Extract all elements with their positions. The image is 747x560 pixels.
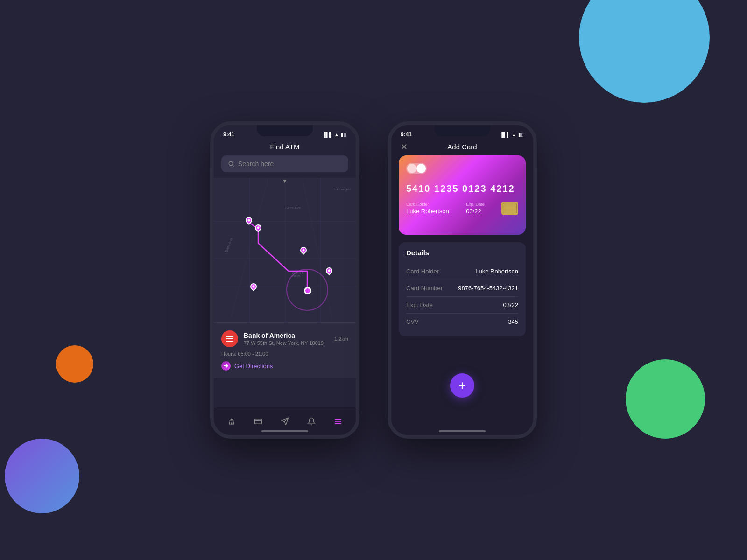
detail-value-number: 9876-7654-5432-4321: [458, 285, 518, 292]
credit-card: 5410 1235 0123 4212 Card Holder Luke Rob…: [399, 155, 526, 235]
card-footer: Card Holder Luke Robertson Exp. Date 03/…: [406, 202, 518, 215]
toggle-left: [407, 164, 416, 173]
nav-send[interactable]: [281, 417, 289, 426]
home-icon: [227, 417, 236, 426]
bank-logo-lines: [226, 336, 233, 342]
toggle-track: [406, 163, 427, 174]
details-section: Details Card Holder Luke Robertson Card …: [399, 242, 526, 336]
bank-distance: 1.2km: [334, 336, 348, 342]
chip-h1: [501, 206, 518, 206]
nav-home[interactable]: [227, 417, 236, 426]
chip-icon: [501, 202, 518, 215]
detail-value-cvv: 345: [508, 318, 518, 325]
search-icon: [228, 161, 234, 167]
notch: [257, 125, 313, 136]
signal-icon: ▐▌▌: [323, 132, 332, 137]
chip-v1: [507, 202, 507, 215]
detail-row-holder: Card Holder Luke Robertson: [406, 263, 518, 280]
search-placeholder: Search here: [238, 160, 274, 168]
detail-label-exp: Exp. Date: [406, 301, 433, 308]
svg-line-1: [233, 165, 234, 167]
map-area[interactable]: Las Vegas Gass Ave Gass Ave JOHN SPARK ▼: [214, 178, 356, 322]
location-header: Bank of America 77 W 55th St, New York, …: [221, 330, 348, 347]
find-atm-title: Find ATM: [270, 143, 299, 151]
get-directions-button[interactable]: Get Directions: [221, 361, 348, 371]
svg-marker-2: [224, 364, 228, 368]
bank-address: 77 W 55th St, New York, NY 10019: [244, 340, 329, 346]
signal-icon-2: ▐▌▌: [500, 132, 510, 137]
card-exp-label: Exp. Date: [466, 202, 485, 207]
logo-line-2: [226, 338, 233, 339]
phone-add-card: 9:41 ▐▌▌ ▲ ▮▯ ✕ Add Card 5410 1235 0123 …: [388, 121, 537, 439]
battery-icon: ▮▯: [341, 132, 346, 137]
search-bar[interactable]: Search here: [221, 155, 348, 172]
bell-icon: [307, 417, 316, 426]
detail-value-exp: 03/22: [503, 301, 518, 308]
current-location-pin: [304, 287, 311, 294]
time-display-1: 9:41: [223, 131, 234, 138]
bank-hours: Hours: 08:00 - 21:00: [221, 351, 348, 357]
wifi-icon: ▲: [334, 132, 339, 137]
card-exp-value: 03/22: [466, 208, 485, 215]
deco-circle-green: [626, 359, 705, 439]
card-holder-name: Luke Robertson: [406, 208, 449, 215]
card-holder-info: Card Holder Luke Robertson: [406, 202, 449, 215]
time-display-2: 9:41: [401, 131, 412, 138]
chip-v2: [513, 202, 513, 215]
phone-find-atm: 9:41 ▐▌▌ ▲ ▮▯ Find ATM Search here: [210, 121, 359, 439]
menu-icon: [334, 417, 342, 426]
home-bar-2: [439, 430, 486, 432]
wifi-icon-2: ▲: [512, 132, 516, 137]
details-title: Details: [406, 249, 518, 257]
svg-point-0: [229, 161, 233, 165]
chip-lines: [503, 203, 517, 213]
card-toggle[interactable]: [406, 163, 518, 174]
detail-row-cvv: CVV 345: [406, 314, 518, 330]
nav-cards[interactable]: [254, 417, 262, 426]
chip-h2: [501, 210, 518, 210]
directions-icon: [221, 361, 231, 371]
location-card: Bank of America 77 W 55th St, New York, …: [214, 322, 356, 378]
detail-label-number: Card Number: [406, 285, 443, 292]
phone2-screen: 9:41 ▐▌▌ ▲ ▮▯ ✕ Add Card 5410 1235 0123 …: [391, 125, 533, 435]
toggle-right: [416, 164, 426, 173]
battery-icon-2: ▮▯: [518, 132, 524, 137]
logo-line-1: [226, 336, 233, 337]
send-icon: [281, 417, 289, 426]
close-button[interactable]: ✕: [401, 142, 408, 152]
status-icons-1: ▐▌▌ ▲ ▮▯: [323, 132, 346, 137]
deco-circle-orange: [56, 345, 93, 383]
svg-rect-3: [255, 419, 262, 424]
phone1-screen: 9:41 ▐▌▌ ▲ ▮▯ Find ATM Search here: [214, 125, 356, 435]
location-info: Bank of America 77 W 55th St, New York, …: [244, 332, 329, 346]
nav-arrow-icon: [223, 363, 229, 369]
add-card-title: Add Card: [447, 143, 477, 151]
detail-label-cvv: CVV: [406, 318, 419, 325]
map-dropdown: ▼: [282, 178, 288, 184]
add-card-header: ✕ Add Card: [391, 140, 533, 155]
bank-name: Bank of America: [244, 332, 329, 339]
card-exp-info: Exp. Date 03/22: [466, 202, 485, 215]
detail-label-holder: Card Holder: [406, 268, 439, 275]
detail-row-exp: Exp. Date 03/22: [406, 297, 518, 314]
bank-logo: [221, 330, 238, 347]
fab-icon: +: [458, 378, 466, 393]
nav-menu[interactable]: [334, 417, 342, 426]
get-directions-label: Get Directions: [234, 363, 273, 370]
status-icons-2: ▐▌▌ ▲ ▮▯: [500, 132, 524, 137]
card-holder-label: Card Holder: [406, 202, 449, 207]
cards-icon: [254, 417, 262, 426]
deco-circle-blue: [579, 0, 710, 103]
card-number: 5410 1235 0123 4212: [406, 183, 518, 194]
deco-circle-purple: [5, 439, 79, 513]
home-bar-1: [261, 430, 308, 432]
detail-value-holder: Luke Robertson: [475, 268, 518, 275]
detail-row-number: Card Number 9876-7654-5432-4321: [406, 280, 518, 297]
notch-2: [434, 125, 490, 136]
route-line: [214, 178, 356, 322]
nav-bell[interactable]: [307, 417, 316, 426]
find-atm-header: Find ATM: [214, 140, 356, 155]
logo-line-3: [226, 341, 233, 342]
fab-add-button[interactable]: +: [450, 373, 474, 398]
